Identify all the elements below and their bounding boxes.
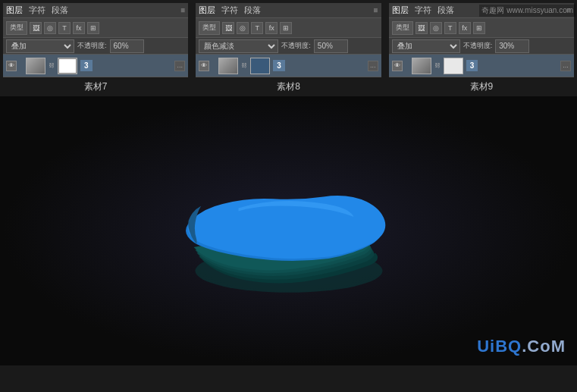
label-8: 素材8 [193, 77, 384, 96]
panel-8-header: 图层 字符 段落 ≡ [196, 3, 381, 18]
labels-row: 素材7 素材8 素材9 [0, 77, 577, 96]
eye-icon-8[interactable]: 👁 [199, 61, 209, 71]
opacity-label-7: 不透明度: [77, 41, 107, 51]
3d-shape-svg [145, 155, 433, 307]
panel-8-layer-row: 👁 ⛓ 3 … [196, 55, 381, 77]
icon-fx-8[interactable]: fx [265, 22, 278, 34]
eye-icon-7[interactable]: 👁 [6, 61, 17, 71]
icon-image-7[interactable]: 🖼 [30, 22, 42, 34]
icon-fx-7[interactable]: fx [73, 22, 85, 34]
panel-9-toolbar: 类型 🖼 ◎ T fx ⊞ [389, 18, 574, 38]
panel-7-header: 图层 字符 段落 ≡ [3, 3, 188, 18]
icon-grid-7[interactable]: ⊞ [87, 22, 99, 34]
icon-text-8[interactable]: T [251, 22, 263, 34]
layer-thumb-mask-8 [250, 58, 270, 74]
layer-action-btn-8[interactable]: … [368, 61, 378, 71]
tab-char-9[interactable]: 字符 [415, 5, 431, 16]
panel-menu-icon-8[interactable]: ≡ [374, 6, 378, 14]
blend-mode-select-9[interactable]: 叠加 [392, 39, 460, 53]
chain-icon-7: ⛓ [49, 58, 55, 74]
layer-thumb-main-9 [412, 58, 431, 74]
layer-number-9: 3 [466, 60, 478, 71]
watermark-top: 奇趣网 www.missyuan.com [479, 5, 575, 17]
panels-row: 图层 字符 段落 ≡ 类型 🖼 ◎ T fx ⊞ 叠加 不透明度: 60% 👁 [0, 0, 577, 77]
panel-9-blend-row: 叠加 不透明度: 30% [389, 38, 574, 55]
tab-char-7[interactable]: 字符 [29, 5, 45, 16]
eye-icon-9[interactable]: 👁 [392, 61, 403, 71]
icon-text-9[interactable]: T [444, 22, 456, 34]
type-select-7[interactable]: 类型 [6, 21, 27, 35]
type-select-8[interactable]: 类型 [199, 21, 220, 35]
chain-icon-8: ⛓ [241, 58, 247, 74]
icon-text-7[interactable]: T [58, 22, 71, 34]
icon-circle-9[interactable]: ◎ [430, 22, 442, 34]
opacity-value-9[interactable]: 30% [495, 39, 529, 53]
layer-actions-9: … [560, 61, 571, 71]
opacity-label-8: 不透明度: [281, 41, 311, 51]
tab-para-8[interactable]: 段落 [244, 5, 261, 16]
panel-7-toolbar: 类型 🖼 ◎ T fx ⊞ [3, 18, 188, 38]
layer-action-btn-7[interactable]: … [174, 61, 185, 71]
panel-8-blend-row: 颜色减淡 不透明度: 50% [196, 38, 381, 55]
opacity-value-8[interactable]: 50% [314, 39, 348, 53]
label-9: 素材9 [386, 77, 577, 96]
layer-thumb-main-7 [26, 58, 45, 74]
panel-7-layer-row: 👁 ⛓ 3 … [3, 55, 188, 77]
icon-image-9[interactable]: 🖼 [416, 22, 428, 34]
panel-menu-icon-7[interactable]: ≡ [181, 6, 186, 14]
label-7: 素材7 [0, 77, 191, 96]
tab-layers-7[interactable]: 图层 [6, 5, 23, 16]
panel-9-layer-row: 👁 ⛓ 3 … [389, 55, 574, 77]
layer-number-8: 3 [273, 60, 285, 71]
panel-8: 图层 字符 段落 ≡ 类型 🖼 ◎ T fx ⊞ 颜色减淡 不透明度: 50% … [193, 3, 384, 77]
panel-7: 图层 字符 段落 ≡ 类型 🖼 ◎ T fx ⊞ 叠加 不透明度: 60% 👁 [0, 3, 191, 77]
icon-circle-7[interactable]: ◎ [44, 22, 56, 34]
tab-layers-9[interactable]: 图层 [392, 5, 409, 16]
blend-mode-select-8[interactable]: 颜色减淡 [199, 39, 278, 53]
3d-shape-container [145, 155, 433, 307]
watermark-text-blue: UiBQ [477, 337, 522, 356]
blend-mode-select-7[interactable]: 叠加 [6, 39, 74, 53]
tab-para-7[interactable]: 段落 [52, 5, 68, 16]
icon-grid-9[interactable]: ⊞ [473, 22, 485, 34]
panel-7-blend-row: 叠加 不透明度: 60% [3, 38, 188, 55]
icon-fx-9[interactable]: fx [459, 22, 471, 34]
layer-actions-7: … [174, 61, 185, 71]
opacity-value-7[interactable]: 60% [110, 39, 144, 53]
layer-action-btn-9[interactable]: … [560, 61, 571, 71]
layer-thumb-mask-9 [444, 58, 463, 74]
tab-layers-8[interactable]: 图层 [199, 5, 215, 16]
icon-image-8[interactable]: 🖼 [222, 22, 234, 34]
tab-para-9[interactable]: 段落 [437, 5, 454, 16]
chain-icon-9: ⛓ [434, 58, 441, 74]
tab-char-8[interactable]: 字符 [221, 5, 238, 16]
panel-8-toolbar: 类型 🖼 ◎ T fx ⊞ [196, 18, 381, 38]
layer-actions-8: … [368, 61, 378, 71]
icon-grid-8[interactable]: ⊞ [280, 22, 292, 34]
watermark-bottom: UiBQ.CoM [477, 337, 566, 356]
main-image-area: UiBQ.CoM [0, 96, 577, 365]
layer-number-7: 3 [80, 60, 93, 71]
type-select-9[interactable]: 类型 [392, 21, 413, 35]
icon-circle-8[interactable]: ◎ [237, 22, 249, 34]
layer-thumb-mask-7 [58, 58, 77, 74]
opacity-label-9: 不透明度: [463, 41, 493, 51]
panel-9: 奇趣网 www.missyuan.com 图层 字符 段落 ≡ 类型 🖼 ◎ T… [386, 3, 577, 77]
watermark-text-light: .CoM [522, 337, 566, 356]
layer-thumb-main-8 [218, 58, 238, 74]
